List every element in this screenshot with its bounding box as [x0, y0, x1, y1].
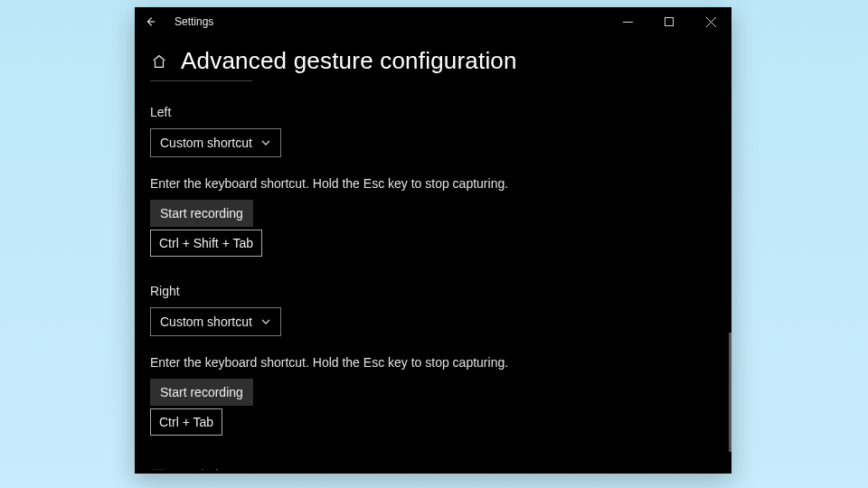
scrollbar-thumb[interactable] — [729, 333, 731, 452]
svg-rect-1 — [665, 18, 674, 26]
maximize-button[interactable] — [648, 7, 690, 36]
chat-help-icon — [150, 466, 166, 470]
back-button[interactable] — [135, 7, 165, 36]
chevron-down-icon — [261, 317, 271, 327]
page-header: Advanced gesture configuration — [150, 47, 720, 75]
home-icon — [151, 53, 167, 70]
close-icon — [706, 17, 716, 27]
minimize-button[interactable] — [607, 7, 648, 36]
dropdown-right-action[interactable]: Custom shortcut — [150, 307, 281, 336]
shortcut-display-left[interactable]: Ctrl + Shift + Tab — [150, 230, 262, 257]
dropdown-left-action[interactable]: Custom shortcut — [150, 128, 281, 157]
home-button[interactable] — [150, 52, 168, 70]
instruction-right: Enter the keyboard shortcut. Hold the Es… — [150, 355, 720, 370]
maximize-icon — [665, 17, 674, 26]
window-title: Settings — [175, 15, 213, 28]
start-recording-button-left[interactable]: Start recording — [150, 200, 253, 227]
instruction-left: Enter the keyboard shortcut. Hold the Es… — [150, 176, 720, 191]
chevron-down-icon — [261, 138, 271, 148]
section-label-right: Right — [150, 284, 720, 298]
page-title: Advanced gesture configuration — [181, 47, 517, 75]
titlebar: Settings — [135, 7, 731, 36]
section-label-left: Left — [150, 105, 720, 119]
settings-window: Settings Advanced gesture configuration — [135, 7, 731, 474]
start-recording-button-right[interactable]: Start recording — [150, 379, 253, 406]
get-help-link[interactable]: Get help — [150, 466, 720, 470]
content-area: Advanced gesture configuration Left Cust… — [150, 47, 720, 470]
header-underline — [150, 80, 252, 81]
left-recording-block: Start recording Ctrl + Shift + Tab — [150, 191, 720, 257]
window-controls — [607, 7, 731, 36]
get-help-label: Get help — [177, 467, 225, 470]
shortcut-display-right[interactable]: Ctrl + Tab — [150, 408, 222, 436]
arrow-left-icon — [144, 15, 156, 28]
close-button[interactable] — [690, 7, 731, 36]
right-recording-block: Start recording Ctrl + Tab — [150, 370, 720, 436]
dropdown-right-selected: Custom shortcut — [160, 314, 252, 329]
dropdown-left-selected: Custom shortcut — [160, 136, 252, 150]
minimize-icon — [623, 17, 633, 27]
